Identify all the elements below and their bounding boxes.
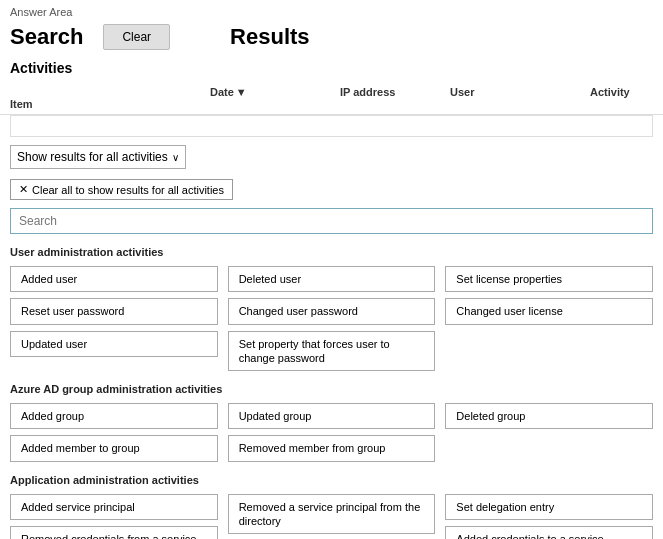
activity-btn-0-1-2[interactable]: Set property that forces user to change … [228, 331, 436, 372]
section-label-0: User administration activities [0, 242, 663, 262]
activity-btn-2-1-0[interactable]: Removed a service principal from the dir… [228, 494, 436, 535]
activity-btn-0-1-0[interactable]: Deleted user [228, 266, 436, 292]
search-input[interactable] [10, 208, 653, 234]
results-title: Results [230, 24, 309, 50]
section-1-col-2: Deleted group [445, 403, 653, 462]
section-0-col-1: Deleted userChanged user passwordSet pro… [228, 266, 436, 371]
activity-btn-2-2-0[interactable]: Set delegation entry [445, 494, 653, 520]
activity-btn-0-0-2[interactable]: Updated user [10, 331, 218, 357]
activity-btn-0-0-1[interactable]: Reset user password [10, 298, 218, 324]
clear-tag-label: Clear all to show results for all activi… [32, 184, 224, 196]
section-1-col-0: Added groupAdded member to group [10, 403, 218, 462]
clear-button[interactable]: Clear [103, 24, 170, 50]
activity-btn-0-1-1[interactable]: Changed user password [228, 298, 436, 324]
activity-header: Activity [590, 86, 663, 98]
date-header: Date ▼ [210, 86, 340, 98]
sort-arrow-icon: ▼ [236, 86, 247, 98]
activity-btn-1-0-0[interactable]: Added group [10, 403, 218, 429]
x-icon: ✕ [19, 183, 28, 196]
answer-area-label: Answer Area [0, 0, 663, 20]
section-label-1: Azure AD group administration activities [0, 379, 663, 399]
activity-btn-2-2-1[interactable]: Added credentials to a service principal [445, 526, 653, 539]
activity-btn-2-0-0[interactable]: Added service principal [10, 494, 218, 520]
section-0-col-2: Set license propertiesChanged user licen… [445, 266, 653, 371]
section-grid-2: Added service principalRemoved credentia… [0, 490, 663, 539]
item-header: Item [10, 98, 210, 110]
activity-btn-0-2-0[interactable]: Set license properties [445, 266, 653, 292]
section-1-col-1: Updated groupRemoved member from group [228, 403, 436, 462]
section-grid-1: Added groupAdded member to groupUpdated … [0, 399, 663, 470]
results-area [10, 115, 653, 137]
search-title: Search [10, 24, 83, 50]
section-grid-0: Added userReset user passwordUpdated use… [0, 262, 663, 379]
section-0-col-0: Added userReset user passwordUpdated use… [10, 266, 218, 371]
dropdown-label: Show results for all activities [17, 150, 168, 164]
section-2-col-1: Removed a service principal from the dir… [228, 494, 436, 539]
activity-btn-1-1-1[interactable]: Removed member from group [228, 435, 436, 461]
activities-label: Activities [0, 56, 663, 82]
section-2-col-2: Set delegation entryAdded credentials to… [445, 494, 653, 539]
chevron-down-icon: ∨ [172, 152, 179, 163]
activity-btn-1-1-0[interactable]: Updated group [228, 403, 436, 429]
ip-header: IP address [340, 86, 450, 98]
activity-btn-0-2-1[interactable]: Changed user license [445, 298, 653, 324]
activity-btn-1-2-0[interactable]: Deleted group [445, 403, 653, 429]
activity-btn-0-0-0[interactable]: Added user [10, 266, 218, 292]
clear-all-tag[interactable]: ✕ Clear all to show results for all acti… [10, 179, 233, 200]
activity-btn-1-0-1[interactable]: Added member to group [10, 435, 218, 461]
activity-btn-2-0-1[interactable]: Removed credentials from a service princ… [10, 526, 218, 539]
section-label-2: Application administration activities [0, 470, 663, 490]
section-2-col-0: Added service principalRemoved credentia… [10, 494, 218, 539]
user-header: User [450, 86, 590, 98]
activity-dropdown[interactable]: Show results for all activities ∨ [10, 145, 186, 169]
spacer [10, 86, 210, 98]
